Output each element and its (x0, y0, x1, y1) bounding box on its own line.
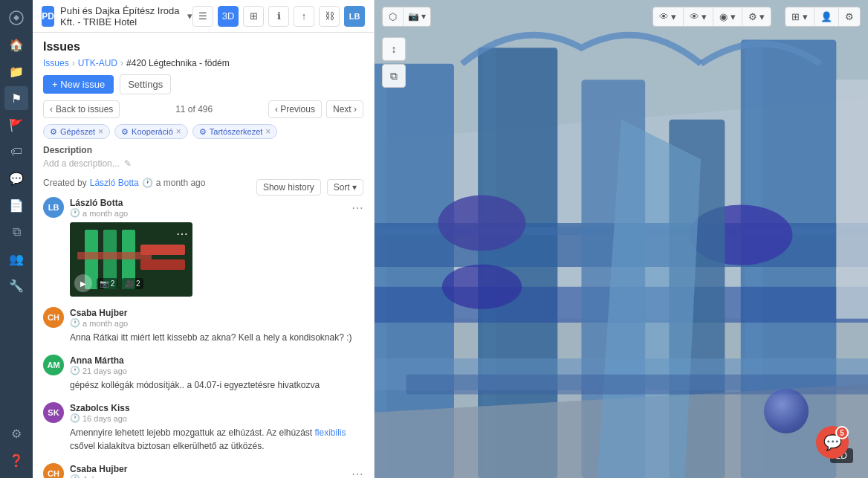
tag-kooperacio-label: Kooperáció (132, 127, 173, 136)
comment-time-lb: 🕐 a month ago (70, 208, 128, 218)
viewer-gear-btn1[interactable]: ⚙ ▾ (742, 7, 771, 26)
sidebar-help[interactable]: ❓ (4, 448, 28, 472)
sidebar-logo[interactable] (4, 6, 28, 30)
comment-body-ch2: Csaba Hujber 🕐 4 days ago ⋯ Edited 🕐 4 d… (70, 463, 363, 478)
tag-kooperacio-close[interactable]: × (176, 126, 181, 137)
viewer-user-btn[interactable]: 👤 (814, 7, 839, 26)
comment-body-lb: László Botta 🕐 a month ago ⋯ (70, 197, 363, 297)
main-wrapper: PD Puhi és Dajka Építész Iroda Kft. - TR… (33, 0, 868, 478)
back-to-issues-btn[interactable]: ‹ Back to issues (43, 100, 120, 118)
user-avatar-btn[interactable]: LB (344, 6, 365, 27)
screenshot-count[interactable]: 📷 2 (97, 278, 117, 289)
issues-title: Issues (43, 40, 363, 54)
viewer-left-tools: ↕ ⧉ (382, 37, 406, 88)
sidebar-document[interactable]: 📄 (4, 193, 28, 217)
settings-button[interactable]: Settings (120, 74, 171, 94)
viewer-eye-group: 👁 ▾ 👁 ▾ ◉ ▾ ⚙ ▾ (652, 7, 772, 27)
sidebar-layers[interactable]: ⧉ (4, 220, 28, 244)
comment-header-ch2: Csaba Hujber 🕐 4 days ago ⋯ (70, 463, 363, 478)
play-btn[interactable]: ▶ (74, 274, 92, 292)
media-thumbnail[interactable]: ⋯ ▶ 📷 2 🎥 2 (70, 222, 192, 297)
tag-tartószerkezet-close[interactable]: × (265, 126, 271, 137)
show-history-btn[interactable]: Show history (256, 179, 321, 196)
sidebar-tools[interactable]: 🔧 (4, 274, 28, 297)
tag-gepeszet-icon: ⚙ (50, 127, 57, 137)
new-issue-button[interactable]: + New issue (43, 75, 114, 94)
issues-header: Issues Issues › UTK-AUD › #420 Légtechni… (33, 33, 374, 145)
issues-panel: PD Puhi és Dajka Építész Iroda Kft. - TR… (33, 0, 375, 478)
grid-view-btn[interactable]: ⊞ (243, 6, 264, 27)
breadcrumb-sep1: › (72, 58, 75, 68)
sort-btn[interactable]: Sort ▾ (327, 179, 363, 196)
share-btn[interactable]: ↑ (294, 6, 314, 27)
dropdown-chevron-icon[interactable]: ▾ (187, 10, 192, 22)
svg-rect-29 (407, 375, 868, 395)
comment-body-ch1: Csaba Hujber 🕐 a month ago Anna Rátkai i… (70, 307, 363, 344)
sidebar-users[interactable]: 👥 (4, 247, 28, 271)
comment-more-ch2[interactable]: ⋯ (352, 467, 363, 479)
viewer-eye-btn2[interactable]: 👁 ▾ (684, 7, 714, 26)
avatar-am: AM (43, 355, 64, 375)
sidebar: 🏠 📁 ⚑ 🚩 🏷 💬 📄 ⧉ 👥 🔧 ⚙ ❓ (0, 0, 33, 478)
tag-tartószerkezet-label: Tartószerkezet (210, 127, 263, 136)
svg-rect-6 (140, 259, 185, 270)
sidebar-home[interactable]: 🏠 (4, 33, 28, 56)
clock-icon-ch2: 🕐 (70, 474, 80, 478)
link-btn[interactable]: ⛓ (319, 6, 340, 27)
viewer-eye-btn1[interactable]: 👁 ▾ (653, 7, 684, 26)
edit-description-icon[interactable]: ✎ (124, 158, 132, 169)
tag-kooperacio: ⚙ Kooperáció × (114, 124, 188, 139)
comment-header-am: Anna Mártha 🕐 21 days ago (70, 355, 363, 375)
sidebar-chat[interactable]: 💬 (4, 167, 28, 190)
comment-author-sk: Szabolcs Kiss (70, 403, 130, 413)
created-by: Created by László Botta 🕐 a month ago (43, 178, 205, 188)
comment-sk: SK Szabolcs Kiss 🕐 16 days ago Amennyire… (43, 402, 363, 453)
tag-tartószerkezet-icon: ⚙ (199, 127, 207, 137)
sidebar-issues[interactable]: ⚑ (4, 86, 28, 110)
viewer-move-btn[interactable]: ↕ (382, 37, 406, 61)
chat-bubble-btn[interactable]: 💬 5 (816, 426, 849, 459)
sidebar-settings[interactable]: ⚙ (4, 422, 28, 445)
issue-content: Description Add a description... ✎ Creat… (33, 145, 374, 478)
media-more-icon[interactable]: ⋯ (176, 227, 188, 241)
viewer-camera-btn[interactable]: 📷 ▾ (404, 7, 430, 25)
next-btn[interactable]: Next › (326, 100, 363, 118)
clock-icon-sk: 🕐 (70, 413, 80, 423)
created-by-author[interactable]: László Botta (90, 178, 139, 188)
created-time: a month ago (156, 178, 206, 188)
3d-view-btn[interactable]: 3D (218, 6, 239, 27)
viewer-nav-btn[interactable]: ⬡ (383, 7, 404, 26)
comment-author-lb: László Botta (70, 198, 123, 208)
sidebar-tag[interactable]: 🏷 (4, 140, 28, 164)
breadcrumb-issues-link[interactable]: Issues (43, 58, 69, 68)
clock-icon-ch1: 🕐 (70, 318, 80, 328)
comment-text-ch1: Anna Rátkai itt miért lett kissebb az ak… (70, 331, 363, 344)
breadcrumb-project-link[interactable]: UTK-AUD (78, 58, 117, 68)
list-view-btn[interactable]: ☰ (192, 6, 213, 27)
tags-bar: ⚙ Gépészet × ⚙ Kooperáció × ⚙ Tartószerk… (43, 124, 363, 139)
sphere-overlay (764, 389, 809, 433)
viewer-settings-btn[interactable]: ⚙ (839, 7, 860, 26)
clock-icon-lb: 🕐 (70, 208, 80, 218)
viewer-dot-btn[interactable]: ◉ ▾ (713, 7, 742, 26)
comment-header-ch1: Csaba Hujber 🕐 a month ago (70, 307, 363, 328)
viewer-select-btn[interactable]: ⊞ ▾ (786, 7, 814, 26)
description-label: Description (43, 145, 363, 155)
info-btn[interactable]: ℹ (268, 6, 289, 27)
viewer-layer-btn[interactable]: ⧉ (382, 64, 406, 88)
tag-gepeszet-close[interactable]: × (98, 126, 103, 137)
prev-btn[interactable]: ‹ Previous (268, 100, 322, 118)
3d-scene: 2D 💬 5 (375, 0, 868, 478)
add-description-text[interactable]: Add a description... (43, 158, 120, 169)
media-controls: ▶ 📷 2 🎥 2 (74, 274, 143, 292)
comment-text-sk: Amennyire lehetett lejebb mozgattuk az e… (70, 426, 363, 453)
comment-more-lb[interactable]: ⋯ (352, 201, 363, 215)
sidebar-flag[interactable]: 🚩 (4, 113, 28, 137)
sidebar-folder[interactable]: 📁 (4, 59, 28, 83)
svg-rect-28 (836, 80, 868, 319)
avatar-lb: LB (43, 197, 64, 218)
video-count[interactable]: 🎥 2 (122, 278, 143, 289)
viewer-nav-group: ⬡ 📷 ▾ (382, 7, 431, 27)
comment-text-am: gépész kollégák módosítják.. a 04.07-i e… (70, 378, 363, 392)
flexibilis-link[interactable]: flexibilis (315, 427, 346, 438)
